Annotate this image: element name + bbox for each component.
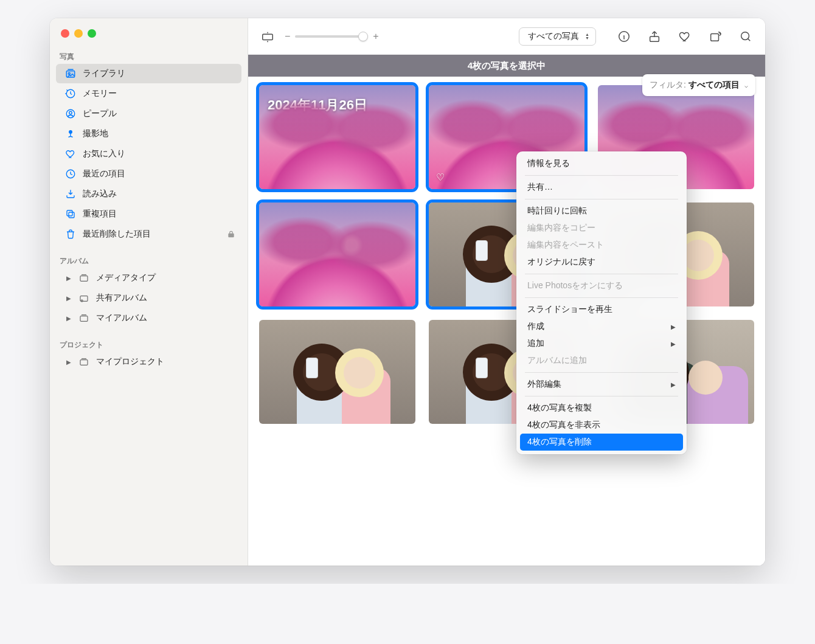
svg-rect-18 bbox=[711, 33, 719, 41]
menu-item-hide[interactable]: 4枚の写真を非表示 bbox=[520, 417, 683, 434]
project-icon bbox=[78, 356, 90, 368]
sidebar-item-library[interactable]: ライブラリ bbox=[56, 64, 241, 83]
svg-rect-10 bbox=[80, 276, 88, 282]
sidebar-item-imports[interactable]: 読み込み bbox=[56, 184, 241, 204]
menu-item-edit-with[interactable]: 外部編集▶ bbox=[520, 376, 683, 393]
favorite-button[interactable] bbox=[676, 28, 693, 45]
date-overlay: 2024年11月26日 bbox=[268, 96, 367, 114]
view-mode-popup[interactable]: すべての写真 ▲▼ bbox=[519, 27, 596, 46]
photo-grid: 2024年11月26日 ♡ bbox=[248, 77, 765, 436]
svg-point-5 bbox=[69, 111, 72, 114]
svg-rect-8 bbox=[67, 210, 72, 216]
lock-icon bbox=[227, 230, 235, 238]
sidebar-item-media-types[interactable]: ▶ メディアタイプ bbox=[56, 268, 241, 288]
menu-separator bbox=[525, 274, 678, 274]
photo-thumbnail[interactable] bbox=[259, 203, 415, 306]
sidebar-item-label: 読み込み bbox=[83, 189, 117, 199]
sidebar-section-photos: 写真 ライブラリ メモリー ピープル bbox=[50, 49, 248, 244]
sidebar-item-label: 重複項目 bbox=[83, 209, 117, 220]
places-icon bbox=[64, 128, 77, 140]
menu-separator bbox=[525, 396, 678, 396]
zoom-slider[interactable]: − + bbox=[285, 31, 379, 42]
menu-item-delete[interactable]: 4枚の写真を削除 bbox=[520, 434, 683, 451]
submenu-chevron-icon: ▶ bbox=[671, 324, 676, 330]
window-controls bbox=[50, 24, 248, 49]
memories-icon bbox=[64, 88, 77, 100]
toolbar-right-group bbox=[616, 28, 754, 45]
chevron-down-icon: ⌵ bbox=[744, 82, 748, 89]
disclosure-chevron-icon[interactable]: ▶ bbox=[64, 315, 73, 322]
submenu-chevron-icon: ▶ bbox=[671, 341, 676, 347]
import-icon bbox=[64, 188, 77, 200]
sidebar-item-recents[interactable]: 最近の項目 bbox=[56, 164, 241, 184]
sidebar-item-places[interactable]: 撮影地 bbox=[56, 124, 241, 144]
menu-item-add-to[interactable]: 追加▶ bbox=[520, 335, 683, 352]
zoom-track[interactable] bbox=[295, 35, 368, 38]
sidebar-section-albums: アルバム ▶ メディアタイプ ▶ 共有アルバム ▶ マイアル bbox=[50, 253, 248, 328]
sidebar-item-label: 最近の項目 bbox=[83, 168, 125, 179]
search-button[interactable] bbox=[737, 28, 754, 45]
sidebar-item-duplicates[interactable]: 重複項目 bbox=[56, 204, 241, 224]
trash-icon bbox=[64, 228, 77, 240]
submenu-chevron-icon: ▶ bbox=[671, 381, 676, 388]
sidebar-item-label: ライブラリ bbox=[83, 68, 125, 79]
sidebar-item-label: メモリー bbox=[83, 88, 117, 99]
sidebar-section-label: アルバム bbox=[50, 253, 248, 268]
library-icon bbox=[64, 68, 77, 80]
sidebar-section-label: 写真 bbox=[50, 49, 248, 63]
menu-item-add-to-album: アルバムに追加 bbox=[520, 352, 683, 369]
rotate-button[interactable] bbox=[707, 28, 724, 45]
disclosure-chevron-icon[interactable]: ▶ bbox=[64, 275, 73, 282]
photo-thumbnail[interactable]: 2024年11月26日 bbox=[259, 85, 415, 189]
sidebar-item-people[interactable]: ピープル bbox=[56, 104, 241, 123]
menu-item-get-info[interactable]: 情報を見る bbox=[520, 155, 683, 172]
zoom-thumb[interactable] bbox=[358, 32, 368, 41]
sidebar-item-my-projects[interactable]: ▶ マイプロジェクト bbox=[56, 352, 241, 372]
filter-popup[interactable]: フィルタ: すべての項目 ⌵ bbox=[642, 74, 755, 96]
disclosure-chevron-icon[interactable]: ▶ bbox=[64, 359, 73, 365]
aspect-toggle-button[interactable] bbox=[259, 28, 276, 45]
sidebar-item-favorites[interactable]: お気に入り bbox=[56, 144, 241, 164]
svg-rect-17 bbox=[650, 36, 659, 41]
toolbar: − + すべての写真 ▲▼ bbox=[248, 18, 765, 55]
favorite-badge-icon: ♡ bbox=[436, 171, 445, 183]
filter-label: フィルタ: bbox=[650, 80, 686, 91]
sidebar-item-my-albums[interactable]: ▶ マイアルバム bbox=[56, 308, 241, 328]
fullscreen-window-button[interactable] bbox=[88, 29, 96, 38]
sidebar-section-projects: プロジェクト ▶ マイプロジェクト bbox=[50, 337, 248, 372]
info-button[interactable] bbox=[616, 28, 633, 45]
sidebar: 写真 ライブラリ メモリー ピープル bbox=[50, 18, 248, 566]
svg-rect-9 bbox=[69, 212, 74, 218]
sidebar-item-memories[interactable]: メモリー bbox=[56, 84, 241, 103]
menu-separator bbox=[525, 175, 678, 176]
sidebar-item-shared-albums[interactable]: ▶ 共有アルバム bbox=[56, 288, 241, 308]
menu-item-revert[interactable]: オリジナルに戻す bbox=[520, 254, 683, 271]
selection-status-bar: 4枚の写真を選択中 bbox=[248, 55, 765, 77]
close-window-button[interactable] bbox=[61, 29, 69, 38]
menu-separator bbox=[525, 297, 678, 298]
sidebar-item-label: お気に入り bbox=[83, 148, 125, 159]
clock-icon bbox=[64, 168, 77, 180]
sidebar-item-recently-deleted[interactable]: 最近削除した項目 bbox=[56, 224, 241, 244]
sidebar-section-label: プロジェクト bbox=[50, 337, 248, 351]
selection-status-text: 4枚の写真を選択中 bbox=[468, 60, 546, 72]
menu-item-create[interactable]: 作成▶ bbox=[520, 318, 683, 335]
menu-item-copy-edits: 編集内容をコピー bbox=[520, 220, 683, 237]
svg-point-6 bbox=[69, 131, 72, 134]
photo-thumbnail[interactable] bbox=[259, 320, 415, 424]
context-menu: 情報を見る 共有… 時計回りに回転 編集内容をコピー 編集内容をペースト オリジ… bbox=[516, 151, 687, 454]
photo-grid-area: 4枚の写真を選択中 フィルタ: すべての項目 ⌵ 2024年11月26日 ♡ bbox=[248, 55, 765, 566]
updown-icon: ▲▼ bbox=[585, 33, 589, 40]
menu-item-play-slideshow[interactable]: スライドショーを再生 bbox=[520, 301, 683, 318]
menu-separator bbox=[525, 372, 678, 373]
minimize-window-button[interactable] bbox=[74, 29, 83, 38]
svg-rect-13 bbox=[80, 316, 88, 322]
heart-icon bbox=[64, 148, 77, 160]
share-button[interactable] bbox=[646, 28, 663, 45]
menu-item-share[interactable]: 共有… bbox=[520, 179, 683, 196]
disclosure-chevron-icon[interactable]: ▶ bbox=[64, 295, 73, 302]
zoom-minus-label: − bbox=[285, 31, 290, 42]
menu-item-duplicate[interactable]: 4枚の写真を複製 bbox=[520, 400, 683, 417]
album-icon bbox=[78, 312, 90, 324]
menu-item-rotate-cw[interactable]: 時計回りに回転 bbox=[520, 203, 683, 220]
